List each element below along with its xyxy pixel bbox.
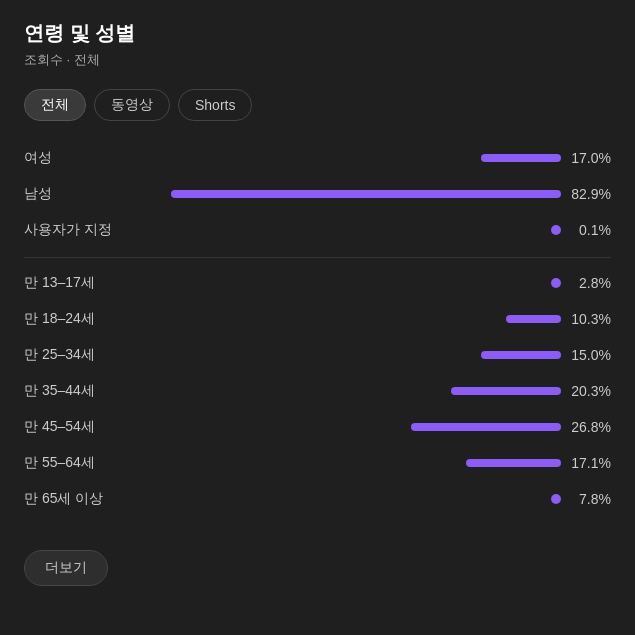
bar-row-age-18-24: 만 18–24세 10.3% (24, 310, 611, 328)
bar-pct-age-35-44: 20.3% (561, 383, 611, 399)
bar-label-female: 여성 (24, 149, 154, 167)
bar-fill-female (481, 154, 561, 162)
bar-pct-male: 82.9% (561, 186, 611, 202)
bar-fill-age-35-44 (451, 387, 561, 395)
bar-track-male (154, 190, 561, 198)
bar-track-age-45-54 (154, 423, 561, 431)
bar-fill-age-55-64 (466, 459, 561, 467)
bar-row-age-55-64: 만 55–64세 17.1% (24, 454, 611, 472)
bar-fill-age-45-54 (411, 423, 561, 431)
bar-pct-age-18-24: 10.3% (561, 311, 611, 327)
age-section: 만 13–17세 2.8% 만 18–24세 10.3% 만 25–34세 15… (24, 274, 611, 508)
bar-label-male: 남성 (24, 185, 154, 203)
bar-row-female: 여성 17.0% (24, 149, 611, 167)
bar-label-age-18-24: 만 18–24세 (24, 310, 154, 328)
bar-track-user-specified (154, 226, 561, 234)
bar-fill-age-18-24 (506, 315, 561, 323)
bar-pct-age-55-64: 17.1% (561, 455, 611, 471)
bar-label-age-45-54: 만 45–54세 (24, 418, 154, 436)
bar-dot-age-13-17 (551, 278, 561, 288)
bar-row-age-35-44: 만 35–44세 20.3% (24, 382, 611, 400)
more-button[interactable]: 더보기 (24, 550, 108, 586)
bar-dot-age-65plus (551, 494, 561, 504)
bar-label-age-13-17: 만 13–17세 (24, 274, 154, 292)
bar-track-age-13-17 (154, 279, 561, 287)
bar-row-age-65plus: 만 65세 이상 7.8% (24, 490, 611, 508)
tab-bar: 전체 동영상 Shorts (24, 89, 611, 121)
bar-track-age-55-64 (154, 459, 561, 467)
page-title: 연령 및 성별 (24, 20, 611, 47)
bar-label-user-specified: 사용자가 지정 (24, 221, 154, 239)
bar-label-age-35-44: 만 35–44세 (24, 382, 154, 400)
bar-track-age-35-44 (154, 387, 561, 395)
bar-track-age-65plus (154, 495, 561, 503)
section-divider (24, 257, 611, 258)
bar-track-female (154, 154, 561, 162)
tab-video[interactable]: 동영상 (94, 89, 170, 121)
bar-fill-age-25-34 (481, 351, 561, 359)
bar-pct-female: 17.0% (561, 150, 611, 166)
bar-pct-age-45-54: 26.8% (561, 419, 611, 435)
bar-label-age-55-64: 만 55–64세 (24, 454, 154, 472)
tab-shorts[interactable]: Shorts (178, 89, 252, 121)
bar-pct-user-specified: 0.1% (561, 222, 611, 238)
bar-row-age-13-17: 만 13–17세 2.8% (24, 274, 611, 292)
bar-dot-user-specified (551, 225, 561, 235)
bar-pct-age-65plus: 7.8% (561, 491, 611, 507)
bar-fill-male (171, 190, 561, 198)
bar-row-age-25-34: 만 25–34세 15.0% (24, 346, 611, 364)
subtitle: 조회수 · 전체 (24, 51, 611, 69)
bar-row-user-specified: 사용자가 지정 0.1% (24, 221, 611, 239)
bar-track-age-25-34 (154, 351, 561, 359)
bar-pct-age-13-17: 2.8% (561, 275, 611, 291)
bar-pct-age-25-34: 15.0% (561, 347, 611, 363)
bar-label-age-25-34: 만 25–34세 (24, 346, 154, 364)
tab-all[interactable]: 전체 (24, 89, 86, 121)
bar-row-male: 남성 82.9% (24, 185, 611, 203)
bar-track-age-18-24 (154, 315, 561, 323)
bar-label-age-65plus: 만 65세 이상 (24, 490, 154, 508)
bar-row-age-45-54: 만 45–54세 26.8% (24, 418, 611, 436)
gender-section: 여성 17.0% 남성 82.9% 사용자가 지정 0.1% (24, 149, 611, 239)
